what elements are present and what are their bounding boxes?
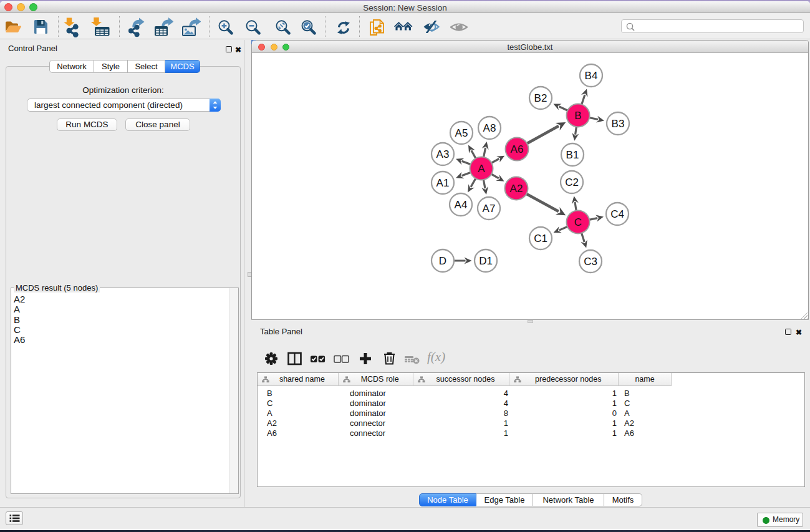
svg-text:A: A (478, 163, 485, 175)
svg-text:C1: C1 (534, 233, 547, 244)
svg-text:A8: A8 (483, 122, 496, 134)
svg-text:C: C (574, 216, 582, 228)
svg-text:A2: A2 (510, 183, 523, 195)
svg-text:C3: C3 (584, 256, 597, 268)
svg-text:A6: A6 (511, 143, 524, 155)
svg-text:D1: D1 (479, 255, 493, 267)
svg-text:A7: A7 (483, 203, 496, 215)
svg-text:B1: B1 (566, 149, 579, 161)
svg-text:C2: C2 (565, 177, 579, 188)
svg-text:D: D (439, 255, 446, 267)
svg-text:C4: C4 (610, 208, 624, 220)
svg-text:A5: A5 (455, 127, 468, 139)
svg-text:A3: A3 (436, 148, 450, 160)
svg-text:B: B (574, 110, 581, 122)
svg-text:A4: A4 (455, 199, 468, 211)
svg-text:B4: B4 (585, 70, 598, 82)
svg-text:B2: B2 (534, 92, 547, 104)
svg-text:A1: A1 (436, 177, 450, 189)
svg-text:B3: B3 (612, 118, 625, 130)
